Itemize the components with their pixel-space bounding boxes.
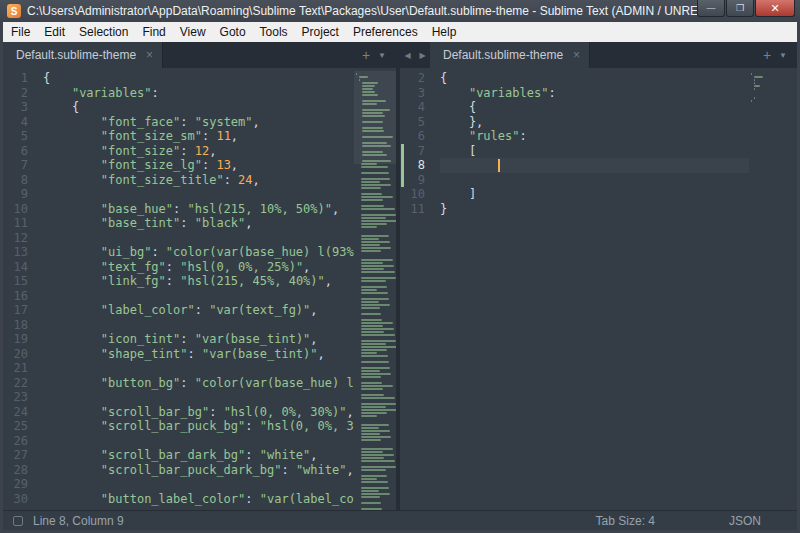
menu-item-view[interactable]: View <box>173 23 213 41</box>
code-line[interactable]: [ <box>440 144 749 159</box>
close-button[interactable]: ✕ <box>755 0 795 17</box>
code-line[interactable]: "text_fg": "hsl(0, 0%, 25%)", <box>43 260 354 275</box>
pane-left: Default.sublime-theme×+▼1234567891011121… <box>3 42 396 510</box>
code-line[interactable] <box>440 173 749 188</box>
panel-switcher-icon[interactable] <box>13 516 23 526</box>
tab-bar: Default.sublime-theme×+▼ <box>3 42 396 68</box>
text-cursor <box>498 159 500 172</box>
minimap-line <box>754 76 763 78</box>
menu-item-edit[interactable]: Edit <box>37 23 72 41</box>
string-token: "var(label_color)" <box>260 492 354 506</box>
code-line[interactable]: "shape_tint": "var(base_tint)", <box>43 347 354 362</box>
code-line[interactable] <box>43 477 354 492</box>
code-line[interactable]: "link_fg": "hsl(215, 45%, 40%)", <box>43 274 354 289</box>
code-line[interactable]: "scroll_bar_puck_bg": "hsl(0, 0%, 30%)", <box>43 419 354 434</box>
code-line[interactable]: "font_size_lg": 13, <box>43 158 354 173</box>
punctuation-token: : <box>166 274 180 288</box>
code-line[interactable]: } <box>440 202 749 217</box>
punctuation-token <box>43 216 101 230</box>
code-line[interactable] <box>43 318 354 333</box>
tab-list-dropdown-icon[interactable]: ▼ <box>775 42 791 68</box>
code-line[interactable]: "scroll_bar_dark_bg": "white", <box>43 448 354 463</box>
menu-item-help[interactable]: Help <box>425 23 464 41</box>
menu-item-goto[interactable]: Goto <box>213 23 253 41</box>
minimap-line <box>361 361 389 363</box>
syntax-indicator[interactable]: JSON <box>729 514 761 528</box>
code-line[interactable]: "font_size_sm": 11, <box>43 129 354 144</box>
code-area[interactable]: { "variables": { }, "rules": [ ]} <box>434 71 749 510</box>
menu-item-find[interactable]: Find <box>135 23 172 41</box>
code-line[interactable]: "variables": <box>43 86 354 101</box>
editor-right[interactable]: 234567891011{ "variables": { }, "rules":… <box>400 68 797 510</box>
new-tab-button[interactable]: + <box>759 42 775 68</box>
punctuation-token: , <box>318 347 325 361</box>
menu-item-preferences[interactable]: Preferences <box>346 23 425 41</box>
code-line[interactable]: "scroll_bar_puck_dark_bg": "white", <box>43 463 354 478</box>
string-token: "hsl(0, 0%, 25%)" <box>180 260 303 274</box>
minimap-viewport[interactable] <box>354 71 396 164</box>
menu-item-file[interactable]: File <box>4 23 37 41</box>
minimize-button[interactable]: — <box>697 0 725 17</box>
code-line[interactable] <box>43 289 354 304</box>
string-token: "white" <box>296 463 347 477</box>
editor-left[interactable]: 1234567891011121314151617181920212223242… <box>3 68 396 510</box>
caret-position-indicator: Line 8, Column 9 <box>33 514 124 528</box>
menu-item-selection[interactable]: Selection <box>72 23 135 41</box>
code-line[interactable]: "button_bg": "color(var(base_hue) l(95%)… <box>43 376 354 391</box>
new-tab-button[interactable]: + <box>358 42 374 68</box>
code-line[interactable]: "scroll_bar_bg": "hsl(0, 0%, 30%)", <box>43 405 354 420</box>
code-line[interactable]: ] <box>440 187 749 202</box>
code-line[interactable] <box>43 390 354 405</box>
code-area[interactable]: { "variables": { "font_face": "system", … <box>37 71 354 510</box>
menu-item-tools[interactable]: Tools <box>253 23 295 41</box>
code-line[interactable]: "font_face": "system", <box>43 115 354 130</box>
tab-close-icon[interactable]: × <box>146 48 153 62</box>
code-line[interactable]: { <box>43 100 354 115</box>
minimap[interactable] <box>354 71 396 510</box>
minimap-line <box>361 466 396 468</box>
code-line[interactable] <box>43 434 354 449</box>
code-line[interactable] <box>440 158 749 173</box>
tab-default-sublime-theme[interactable]: Default.sublime-theme× <box>430 42 590 68</box>
code-line[interactable]: { <box>440 71 749 86</box>
minimap[interactable] <box>749 71 797 510</box>
code-line[interactable] <box>43 187 354 202</box>
code-line[interactable]: "base_tint": "black", <box>43 216 354 231</box>
minimap-line <box>361 382 382 384</box>
code-line[interactable]: { <box>440 100 749 115</box>
tab-close-icon[interactable]: × <box>573 48 580 62</box>
pane-right: ◀▶Default.sublime-theme×+▼234567891011{ … <box>400 42 797 510</box>
tab-size-indicator[interactable]: Tab Size: 4 <box>596 514 655 528</box>
minimap-line <box>361 433 380 435</box>
code-line[interactable]: }, <box>440 115 749 130</box>
code-line[interactable]: "ui_bg": "color(var(base_hue) l(93%))", <box>43 245 354 260</box>
minimap-line <box>361 238 379 240</box>
code-line[interactable]: "font_size_title": 24, <box>43 173 354 188</box>
menu-item-project[interactable]: Project <box>295 23 346 41</box>
maximize-button[interactable]: ❒ <box>726 0 754 17</box>
code-line[interactable] <box>43 361 354 376</box>
code-line[interactable]: "rules": <box>440 129 749 144</box>
tab-list-dropdown-icon[interactable]: ▼ <box>374 42 390 68</box>
code-line[interactable]: "base_hue": "hsl(215, 10%, 50%)", <box>43 202 354 217</box>
tab-bar-spacer <box>590 42 759 68</box>
tab-default-sublime-theme[interactable]: Default.sublime-theme× <box>3 42 163 68</box>
string-token: "link_fg" <box>101 274 166 288</box>
line-number: 3 <box>3 100 28 115</box>
minimap-line <box>361 352 377 354</box>
string-token: "icon_tint" <box>101 332 180 346</box>
code-line[interactable]: { <box>43 71 354 86</box>
minimap-line <box>361 313 381 315</box>
code-line[interactable]: "icon_tint": "var(base_tint)", <box>43 332 354 347</box>
code-line[interactable] <box>43 231 354 246</box>
code-line[interactable]: "variables": <box>440 86 749 101</box>
tab-history-back-icon[interactable]: ◀ <box>400 42 415 68</box>
minimap-line <box>361 289 377 291</box>
punctuation-token: : <box>202 158 216 172</box>
code-line[interactable]: "button_label_color": "var(label_color)"… <box>43 492 354 507</box>
code-line[interactable]: "label_color": "var(text_fg)", <box>43 303 354 318</box>
string-token: "white" <box>260 448 311 462</box>
code-line[interactable]: "font_size": 12, <box>43 144 354 159</box>
tab-history-forward-icon[interactable]: ▶ <box>415 42 430 68</box>
punctuation-token: , <box>310 448 317 462</box>
